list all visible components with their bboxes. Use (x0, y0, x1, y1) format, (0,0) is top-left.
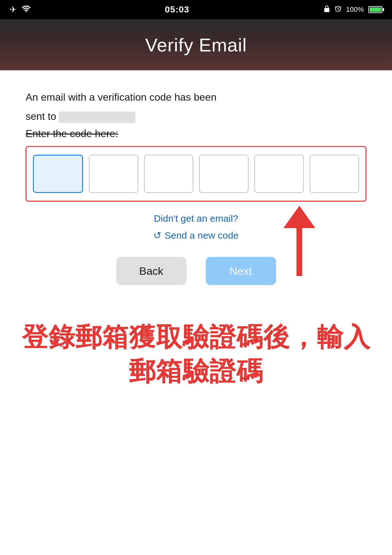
description-line1: An email with a verification code has be… (26, 89, 366, 105)
annotation-text: 登錄郵箱獲取驗證碼後，輸入郵箱驗證碼 (19, 320, 373, 388)
enter-code-label: Enter the code here: (26, 128, 366, 140)
status-right-icons: 100% (324, 5, 382, 14)
code-input-container[interactable] (26, 146, 366, 202)
svg-marker-5 (283, 206, 315, 228)
status-left-icons: ✈ (10, 5, 31, 15)
arrow-icon (277, 206, 315, 276)
next-button[interactable]: Next (206, 257, 276, 285)
svg-rect-1 (324, 8, 329, 12)
annotation-section: 登錄郵箱獲取驗證碼後，輸入郵箱驗證碼 (0, 314, 392, 395)
description-line2: sent to (26, 109, 366, 124)
email-redacted (59, 112, 135, 123)
code-box-1[interactable] (33, 155, 83, 193)
svg-point-0 (26, 11, 27, 12)
status-bar: ✈ 05:03 100% (0, 0, 392, 19)
back-button[interactable]: Back (116, 257, 187, 285)
battery-fill (370, 7, 381, 12)
main-content: An email with a verification code has be… (0, 70, 392, 314)
code-box-6[interactable] (310, 155, 359, 193)
alarm-icon (334, 5, 342, 14)
battery-percent: 100% (346, 5, 364, 14)
page-header: Verify Email (0, 19, 392, 70)
refresh-icon: ↺ (153, 230, 161, 241)
arrow-annotation (277, 206, 315, 277)
code-box-3[interactable] (144, 155, 194, 193)
button-row: Back Next (26, 257, 366, 285)
lock-icon (324, 5, 330, 14)
page-title: Verify Email (145, 34, 247, 56)
code-box-2[interactable] (89, 155, 138, 193)
code-box-5[interactable] (254, 155, 304, 193)
code-box-4[interactable] (199, 155, 249, 193)
airplane-icon: ✈ (10, 5, 17, 15)
battery-icon (368, 6, 382, 13)
time-display: 05:03 (165, 4, 189, 15)
wifi-icon (22, 5, 31, 14)
